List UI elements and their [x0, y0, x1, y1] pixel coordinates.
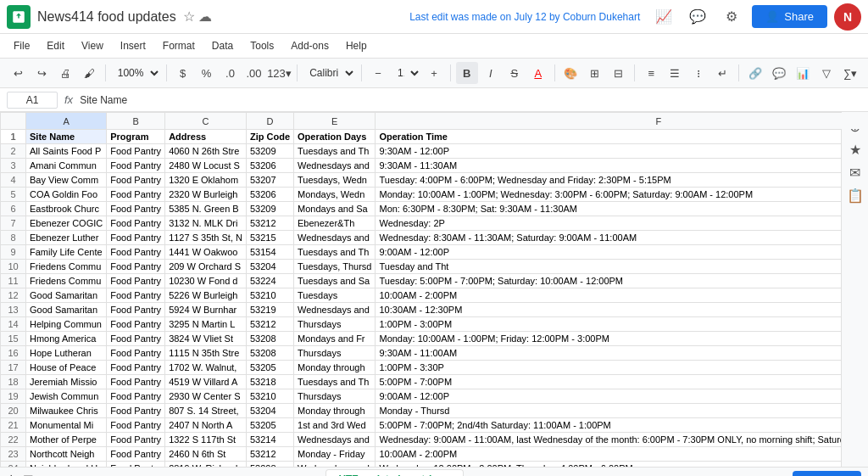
cell-c18[interactable]: 4519 W Villard A: [165, 375, 247, 389]
cell-a5[interactable]: COA Goldin Foo: [26, 188, 107, 202]
menu-addons[interactable]: Add-ons: [284, 38, 336, 53]
cell-e11[interactable]: Tuesdays and Sa: [294, 274, 376, 288]
tab-prev-button[interactable]: ◀: [700, 473, 709, 477]
cell-a6[interactable]: Eastbrook Churc: [26, 202, 107, 216]
cell-c13[interactable]: 5924 W Burnhar: [165, 303, 247, 317]
cell-f7[interactable]: Wednesday: 2P: [376, 216, 868, 231]
right-panel-icon-4[interactable]: 📋: [847, 188, 864, 204]
cell-c20[interactable]: 807 S. 14 Street,: [165, 404, 247, 418]
cell-b9[interactable]: Food Pantry: [107, 245, 165, 260]
trending-icon[interactable]: 📈: [650, 3, 677, 31]
cell-f12[interactable]: 10:00AM - 2:00PM: [376, 288, 868, 303]
cell-d4[interactable]: 53207: [246, 173, 293, 188]
cell-f16[interactable]: 9:30AM - 11:00AM: [376, 346, 868, 361]
cell-a4[interactable]: Bay View Comm: [26, 173, 107, 188]
paint-format-button[interactable]: 🖌: [78, 62, 100, 84]
add-sheet-button[interactable]: +: [7, 471, 16, 476]
cell-c23[interactable]: 2460 N 6th St: [165, 447, 247, 462]
cell-d17[interactable]: 53205: [246, 361, 293, 375]
undo-button[interactable]: ↩: [7, 62, 29, 84]
cell-e7[interactable]: Ebenezer&Th: [294, 216, 376, 231]
cell-f14[interactable]: 1:00PM - 3:00PM: [376, 317, 868, 332]
cell-c14[interactable]: 3295 N Martin L: [165, 317, 247, 332]
cell-e24[interactable]: Wednesdays and: [294, 462, 376, 468]
cell-c24[interactable]: 2819 W. Richard: [165, 462, 247, 468]
strikethrough-button[interactable]: S: [504, 62, 526, 84]
cell-d12[interactable]: 53210: [246, 288, 293, 303]
cell-e22[interactable]: Wednesdays and: [294, 433, 376, 447]
cell-f10[interactable]: Tuesday and Tht: [376, 260, 868, 274]
cell-c22[interactable]: 1322 S 117th St: [165, 433, 247, 447]
col-header-e[interactable]: E: [294, 113, 376, 130]
font-size-dec-button[interactable]: −: [367, 62, 389, 84]
chart-button[interactable]: 📊: [792, 62, 814, 84]
tab-htf-updated-pantries[interactable]: HTF updated pantries ▾: [326, 469, 464, 476]
menu-tools[interactable]: Tools: [243, 38, 281, 53]
text-color-button[interactable]: A: [527, 62, 549, 84]
cell-d8[interactable]: 53215: [246, 231, 293, 245]
cell-e20[interactable]: Monday through: [294, 404, 376, 418]
bold-button[interactable]: B: [456, 62, 478, 84]
cell-d11[interactable]: 53224: [246, 274, 293, 288]
cell-b12[interactable]: Food Pantry: [107, 288, 165, 303]
merge-button[interactable]: ⊟: [607, 62, 629, 84]
cell-b10[interactable]: Food Pantry: [107, 260, 165, 274]
cell-b5[interactable]: Food Pantry: [107, 188, 165, 202]
cell-d16[interactable]: 53208: [246, 346, 293, 361]
cell-d22[interactable]: 53214: [246, 433, 293, 447]
cell-f23[interactable]: 10:00AM - 2:00PM: [376, 447, 868, 462]
cell-a11[interactable]: Friedens Commu: [26, 274, 107, 288]
fill-color-button[interactable]: 🎨: [559, 62, 581, 84]
cell-d1[interactable]: Zip Code: [246, 130, 293, 144]
cell-a8[interactable]: Ebenezer Luther: [26, 231, 107, 245]
settings-icon[interactable]: ⚙: [718, 3, 745, 31]
cell-e8[interactable]: Wednesdays and: [294, 231, 376, 245]
cell-a20[interactable]: Milwaukee Chris: [26, 404, 107, 418]
cell-f1[interactable]: Operation Time: [376, 130, 868, 144]
cell-c8[interactable]: 1127 S 35th St, N: [165, 231, 247, 245]
cell-e15[interactable]: Mondays and Fr: [294, 332, 376, 346]
cell-e13[interactable]: Wednesdays and: [294, 303, 376, 317]
cell-b15[interactable]: Food Pantry: [107, 332, 165, 346]
cell-b22[interactable]: Food Pantry: [107, 433, 165, 447]
cell-e21[interactable]: 1st and 3rd Wed: [294, 418, 376, 433]
cell-d14[interactable]: 53212: [246, 317, 293, 332]
cell-c2[interactable]: 4060 N 26th Stre: [165, 144, 247, 159]
align-left-button[interactable]: ≡: [640, 62, 662, 84]
menu-insert[interactable]: Insert: [114, 38, 153, 53]
cell-b18[interactable]: Food Pantry: [107, 375, 165, 389]
tab-pantries-text-updates[interactable]: pantries text updates ▾: [198, 470, 326, 477]
cell-b7[interactable]: Food Pantry: [107, 216, 165, 231]
cell-e6[interactable]: Mondays and Sa: [294, 202, 376, 216]
menu-file[interactable]: File: [7, 38, 36, 53]
cell-f11[interactable]: Tuesday: 5:00PM - 7:00PM; Saturday: 10:0…: [376, 274, 868, 288]
cell-a14[interactable]: Helping Commun: [26, 317, 107, 332]
cell-b2[interactable]: Food Pantry: [107, 144, 165, 159]
right-panel-icon-2[interactable]: ★: [849, 142, 861, 158]
cell-f21[interactable]: 5:00PM - 7:00PM; 2nd/4th Saturday: 11:00…: [376, 418, 868, 433]
cell-c17[interactable]: 1702 W. Walnut,: [165, 361, 247, 375]
filter-button[interactable]: ▽: [815, 62, 837, 84]
cell-d3[interactable]: 53206: [246, 159, 293, 173]
redo-button[interactable]: ↪: [31, 62, 53, 84]
cell-f8[interactable]: Wednesday: 8:30AM - 11:30AM; Saturday: 9…: [376, 231, 868, 245]
menu-view[interactable]: View: [75, 38, 110, 53]
col-header-b[interactable]: B: [107, 113, 165, 130]
menu-edit[interactable]: Edit: [40, 38, 71, 53]
cell-e5[interactable]: Mondays, Wedn: [294, 188, 376, 202]
borders-button[interactable]: ⊞: [583, 62, 605, 84]
cell-c1[interactable]: Address: [165, 130, 247, 144]
cell-e14[interactable]: Thursdays: [294, 317, 376, 332]
col-header-c[interactable]: C: [165, 113, 247, 130]
tab-pantries-text-need-updates[interactable]: Pantries text need updates ▾: [44, 470, 198, 477]
cell-a16[interactable]: Hope Lutheran: [26, 346, 107, 361]
cell-a22[interactable]: Mother of Perpe: [26, 433, 107, 447]
cell-e23[interactable]: Monday - Friday: [294, 447, 376, 462]
last-edit-link[interactable]: Last edit was made on July 12 by Coburn …: [409, 11, 640, 23]
cell-d6[interactable]: 53209: [246, 202, 293, 216]
cell-c10[interactable]: 209 W Orchard S: [165, 260, 247, 274]
cell-f19[interactable]: 9:00AM - 12:00P: [376, 389, 868, 404]
col-header-f[interactable]: F: [376, 113, 868, 130]
cell-b13[interactable]: Food Pantry: [107, 303, 165, 317]
cell-e1[interactable]: Operation Days: [294, 130, 376, 144]
